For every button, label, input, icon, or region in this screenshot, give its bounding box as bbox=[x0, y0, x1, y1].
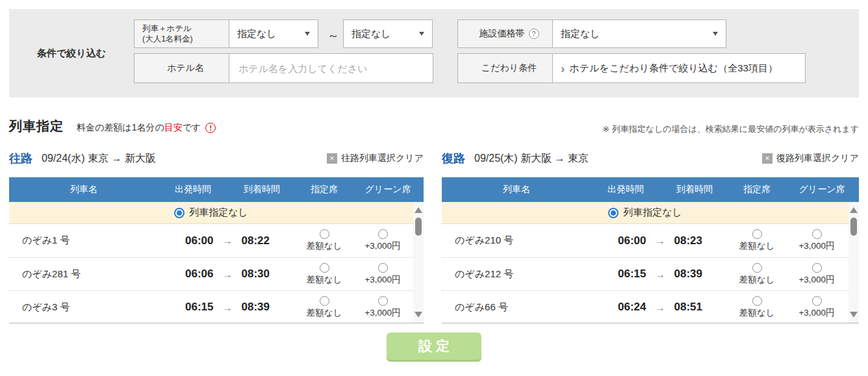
arrive-time: 08:39 bbox=[674, 268, 702, 281]
outbound-table-header: 列車名 出発時間 到着時間 指定席 グリーン席 bbox=[9, 177, 424, 202]
chevron-down-icon bbox=[305, 32, 310, 36]
green-seat-option[interactable]: +3,000円 bbox=[785, 229, 849, 252]
outbound-clear-button[interactable]: × 往路列車選択クリア bbox=[327, 153, 424, 164]
hotel-name-group: ホテル名 bbox=[134, 53, 433, 83]
radio-unselected-icon bbox=[320, 263, 329, 273]
train-name: のぞみ281 号 bbox=[9, 268, 159, 281]
reserved-seat-option[interactable]: 差額なし bbox=[729, 229, 785, 252]
header-green-seat: グリーン席 bbox=[352, 184, 424, 195]
outbound-route-info: 往路 09/24(水) 東京 → 新大阪 bbox=[9, 151, 156, 166]
arrow-right-icon: → bbox=[656, 302, 665, 313]
green-seat-price: +3,000円 bbox=[364, 240, 400, 252]
inbound-direction-label: 復路 bbox=[442, 151, 465, 166]
train-times: 06:15 → 08:39 bbox=[591, 268, 729, 281]
chevron-right-icon: › bbox=[561, 62, 565, 75]
green-seat-option[interactable]: +3,000円 bbox=[352, 263, 413, 286]
reserved-seat-option[interactable]: 差額なし bbox=[729, 296, 785, 319]
reserved-seat-option[interactable]: 差額なし bbox=[296, 263, 352, 286]
depart-time: 06:15 bbox=[618, 268, 646, 281]
section-note: ※ 列車指定なしの場合は、検索結果に最安値の列車が表示されます bbox=[602, 123, 859, 135]
green-seat-option[interactable]: +3,000円 bbox=[785, 263, 849, 286]
price-max-select[interactable]: 指定なし bbox=[344, 20, 432, 47]
arrive-time: 08:22 bbox=[242, 234, 270, 247]
outbound-scrollbar[interactable] bbox=[413, 202, 424, 323]
train-times: 06:06 → 08:30 bbox=[159, 268, 296, 281]
reserved-seat-option[interactable]: 差額なし bbox=[729, 263, 785, 286]
inbound-route-info: 復路 09/25(木) 新大阪 → 東京 bbox=[442, 151, 589, 166]
header-reserved-seat: 指定席 bbox=[296, 184, 352, 195]
help-icon[interactable]: ? bbox=[529, 29, 539, 39]
radio-unselected-icon bbox=[378, 296, 388, 306]
submit-button[interactable]: 設定 bbox=[387, 332, 481, 360]
radio-unselected-icon bbox=[320, 296, 329, 306]
train-times: 06:00 → 08:22 bbox=[159, 234, 296, 247]
outbound-train-table: 列車名 出発時間 到着時間 指定席 グリーン席 列車指定なし のぞみ1 号 06… bbox=[9, 177, 424, 323]
radio-unselected-icon bbox=[320, 229, 329, 239]
arrive-time: 08:39 bbox=[242, 301, 270, 314]
section-subtitle: 料金の差額は1名分の目安です ! bbox=[77, 122, 216, 134]
reserved-seat-option[interactable]: 差額なし bbox=[296, 229, 352, 252]
green-seat-price: +3,000円 bbox=[798, 240, 834, 252]
no-selection-label: 列車指定なし bbox=[189, 207, 248, 219]
radio-selected-icon bbox=[608, 208, 619, 218]
depart-time: 06:00 bbox=[618, 234, 646, 247]
reserved-seat-option[interactable]: 差額なし bbox=[296, 296, 352, 319]
train-row: のぞみ212 号 06:15 → 08:39 差額なし +3,000円 bbox=[442, 257, 849, 290]
scroll-down-icon[interactable] bbox=[415, 312, 422, 318]
alert-icon[interactable]: ! bbox=[205, 123, 216, 133]
scroll-up-icon[interactable] bbox=[850, 207, 858, 213]
hotel-name-label: ホテル名 bbox=[167, 62, 204, 74]
price-range-label-line2: (大人1名料金) bbox=[142, 34, 229, 44]
inbound-train-table: 列車名 出発時間 到着時間 指定席 グリーン席 列車指定なし のぞみ210 号 … bbox=[442, 177, 859, 323]
reserved-seat-price: 差額なし bbox=[307, 274, 342, 286]
scrollbar-thumb[interactable] bbox=[415, 218, 422, 236]
subtitle-em: 目安 bbox=[164, 122, 183, 134]
inbound-route-bar: 復路 09/25(木) 新大阪 → 東京 × 復路列車選択クリア bbox=[442, 150, 859, 167]
arrow-right-icon: → bbox=[223, 302, 233, 313]
close-icon: × bbox=[762, 153, 772, 164]
depart-time: 06:15 bbox=[185, 301, 213, 314]
price-max-value: 指定なし bbox=[351, 28, 391, 40]
depart-time: 06:00 bbox=[185, 234, 213, 247]
arrive-time: 08:23 bbox=[674, 234, 702, 247]
outbound-no-selection-option[interactable]: 列車指定なし bbox=[9, 202, 413, 224]
train-row: のぞみ281 号 06:06 → 08:30 差額なし +3,000円 bbox=[9, 257, 413, 290]
header-depart-time: 出発時間 bbox=[159, 184, 227, 195]
scroll-up-icon[interactable] bbox=[415, 207, 422, 213]
chevron-down-icon bbox=[419, 32, 424, 36]
train-times: 06:24 → 08:51 bbox=[591, 301, 729, 314]
arrow-right-icon: → bbox=[223, 269, 233, 280]
inbound-no-selection-option[interactable]: 列車指定なし bbox=[442, 202, 849, 224]
arrive-time: 08:51 bbox=[674, 301, 702, 314]
hotel-name-input[interactable] bbox=[229, 54, 433, 82]
scrollbar-thumb[interactable] bbox=[850, 218, 857, 236]
train-times: 06:15 → 08:39 bbox=[159, 301, 296, 314]
inbound-clear-label: 復路列車選択クリア bbox=[776, 153, 859, 164]
inbound-scrollbar[interactable] bbox=[849, 202, 859, 323]
radio-unselected-icon bbox=[812, 296, 822, 306]
header-reserved-seat: 指定席 bbox=[729, 184, 785, 195]
reserved-seat-price: 差額なし bbox=[307, 240, 342, 252]
green-seat-option[interactable]: +3,000円 bbox=[352, 229, 413, 252]
facility-price-select[interactable]: 指定なし bbox=[553, 20, 726, 47]
header-arrive-time: 到着時間 bbox=[660, 184, 729, 195]
scroll-down-icon[interactable] bbox=[850, 312, 858, 318]
green-seat-option[interactable]: +3,000円 bbox=[352, 296, 413, 319]
train-row: のぞみ66 号 06:24 → 08:51 差額なし +3,000円 bbox=[442, 290, 849, 323]
range-tilde: ～ bbox=[327, 28, 339, 44]
train-name: のぞみ210 号 bbox=[442, 234, 591, 247]
inbound-clear-button[interactable]: × 復路列車選択クリア bbox=[762, 153, 859, 164]
facility-price-label-cell: 施設価格帯 ? bbox=[458, 20, 553, 47]
radio-unselected-icon bbox=[812, 263, 822, 273]
green-seat-option[interactable]: +3,000円 bbox=[785, 296, 849, 319]
preferences-label: こだわり条件 bbox=[481, 62, 537, 74]
radio-unselected-icon bbox=[378, 229, 388, 239]
price-range-label-line1: 列車＋ホテル bbox=[142, 23, 229, 34]
price-min-select[interactable]: 指定なし bbox=[229, 20, 318, 47]
train-row: のぞみ1 号 06:00 → 08:22 差額なし +3,000円 bbox=[9, 224, 413, 257]
radio-unselected-icon bbox=[752, 296, 762, 306]
header-train-name: 列車名 bbox=[442, 184, 591, 195]
preferences-link[interactable]: › ホテルをこだわり条件で絞り込む（全33項目） bbox=[553, 54, 805, 82]
reserved-seat-price: 差額なし bbox=[739, 274, 775, 286]
price-min-value: 指定なし bbox=[237, 28, 277, 40]
